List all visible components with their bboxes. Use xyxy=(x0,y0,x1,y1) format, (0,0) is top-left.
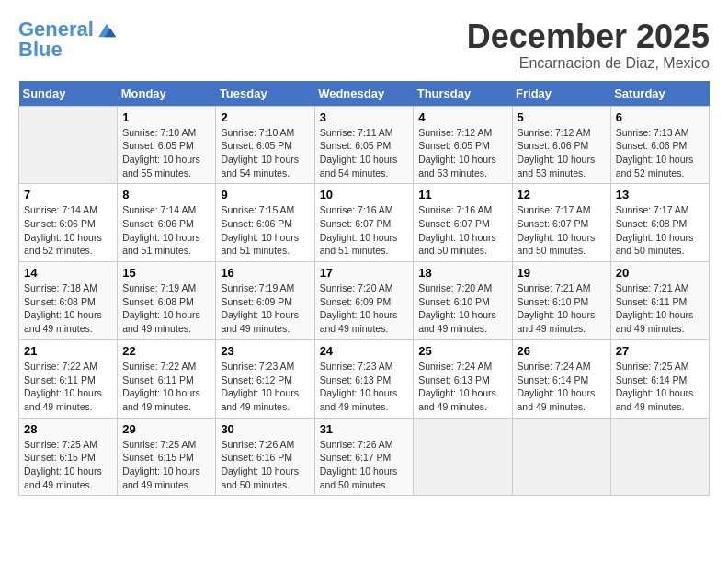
day-info: Sunrise: 7:26 AM Sunset: 6:16 PM Dayligh… xyxy=(221,438,309,492)
day-info: Sunrise: 7:25 AM Sunset: 6:15 PM Dayligh… xyxy=(122,438,210,492)
day-cell: 4Sunrise: 7:12 AM Sunset: 6:05 PM Daylig… xyxy=(414,106,512,184)
day-cell: 9Sunrise: 7:15 AM Sunset: 6:06 PM Daylig… xyxy=(216,184,314,262)
day-cell: 29Sunrise: 7:25 AM Sunset: 6:15 PM Dayli… xyxy=(118,418,216,496)
day-cell: 23Sunrise: 7:23 AM Sunset: 6:12 PM Dayli… xyxy=(216,339,314,418)
day-info: Sunrise: 7:12 AM Sunset: 6:05 PM Dayligh… xyxy=(418,126,506,180)
week-row-1: 1Sunrise: 7:10 AM Sunset: 6:05 PM Daylig… xyxy=(19,106,710,184)
day-number: 27 xyxy=(616,344,704,358)
day-info: Sunrise: 7:21 AM Sunset: 6:10 PM Dayligh… xyxy=(518,282,606,336)
weekday-header-tuesday: Tuesday xyxy=(216,81,314,107)
location-subtitle: Encarnacion de Diaz, Mexico xyxy=(467,55,710,72)
day-cell: 20Sunrise: 7:21 AM Sunset: 6:11 PM Dayli… xyxy=(610,262,709,340)
day-number: 31 xyxy=(320,422,409,436)
week-row-3: 14Sunrise: 7:18 AM Sunset: 6:08 PM Dayli… xyxy=(19,262,710,340)
day-number: 28 xyxy=(24,422,112,436)
day-cell xyxy=(414,418,512,496)
day-info: Sunrise: 7:13 AM Sunset: 6:06 PM Dayligh… xyxy=(616,126,704,180)
day-info: Sunrise: 7:25 AM Sunset: 6:14 PM Dayligh… xyxy=(616,360,704,414)
day-cell: 30Sunrise: 7:26 AM Sunset: 6:16 PM Dayli… xyxy=(216,418,314,496)
day-cell xyxy=(512,418,610,496)
day-cell: 3Sunrise: 7:11 AM Sunset: 6:05 PM Daylig… xyxy=(314,106,414,184)
day-number: 3 xyxy=(320,110,409,124)
day-cell: 26Sunrise: 7:24 AM Sunset: 6:14 PM Dayli… xyxy=(512,339,610,418)
weekday-header-thursday: Thursday xyxy=(414,81,512,107)
day-cell: 18Sunrise: 7:20 AM Sunset: 6:10 PM Dayli… xyxy=(414,262,512,340)
day-info: Sunrise: 7:20 AM Sunset: 6:09 PM Dayligh… xyxy=(320,282,409,336)
day-number: 2 xyxy=(221,110,309,124)
day-info: Sunrise: 7:23 AM Sunset: 6:12 PM Dayligh… xyxy=(221,360,309,414)
day-info: Sunrise: 7:16 AM Sunset: 6:07 PM Dayligh… xyxy=(320,203,409,258)
page-header: General Blue December 2025 Encarnacion d… xyxy=(18,18,710,72)
weekday-header-friday: Friday xyxy=(512,81,610,107)
day-number: 21 xyxy=(24,344,112,358)
day-cell: 21Sunrise: 7:22 AM Sunset: 6:11 PM Dayli… xyxy=(19,339,118,418)
day-info: Sunrise: 7:24 AM Sunset: 6:13 PM Dayligh… xyxy=(418,360,506,414)
day-info: Sunrise: 7:20 AM Sunset: 6:10 PM Dayligh… xyxy=(418,282,506,336)
day-cell: 28Sunrise: 7:25 AM Sunset: 6:15 PM Dayli… xyxy=(19,418,118,496)
day-info: Sunrise: 7:22 AM Sunset: 6:11 PM Dayligh… xyxy=(122,360,210,414)
day-info: Sunrise: 7:12 AM Sunset: 6:06 PM Dayligh… xyxy=(518,126,606,180)
day-info: Sunrise: 7:11 AM Sunset: 6:05 PM Dayligh… xyxy=(320,126,409,180)
day-number: 10 xyxy=(320,188,409,201)
day-number: 16 xyxy=(221,266,309,280)
day-number: 5 xyxy=(518,110,606,124)
day-info: Sunrise: 7:19 AM Sunset: 6:08 PM Dayligh… xyxy=(122,282,210,336)
day-info: Sunrise: 7:26 AM Sunset: 6:17 PM Dayligh… xyxy=(320,438,409,492)
calendar-table: SundayMondayTuesdayWednesdayThursdayFrid… xyxy=(18,81,710,497)
logo: General Blue xyxy=(18,18,118,62)
week-row-2: 7Sunrise: 7:14 AM Sunset: 6:06 PM Daylig… xyxy=(19,184,710,262)
weekday-header-monday: Monday xyxy=(118,81,216,107)
day-cell: 15Sunrise: 7:19 AM Sunset: 6:08 PM Dayli… xyxy=(118,262,216,340)
day-number: 24 xyxy=(320,344,409,358)
day-number: 29 xyxy=(122,422,210,436)
day-cell: 1Sunrise: 7:10 AM Sunset: 6:05 PM Daylig… xyxy=(118,106,216,184)
day-cell: 25Sunrise: 7:24 AM Sunset: 6:13 PM Dayli… xyxy=(414,339,512,418)
weekday-header-wednesday: Wednesday xyxy=(314,81,414,107)
day-number: 12 xyxy=(518,188,606,201)
day-info: Sunrise: 7:16 AM Sunset: 6:07 PM Dayligh… xyxy=(418,203,506,258)
day-info: Sunrise: 7:23 AM Sunset: 6:13 PM Dayligh… xyxy=(320,360,409,414)
day-number: 6 xyxy=(616,110,704,124)
day-cell: 8Sunrise: 7:14 AM Sunset: 6:06 PM Daylig… xyxy=(118,184,216,262)
day-number: 14 xyxy=(24,266,112,280)
day-number: 9 xyxy=(221,188,309,201)
day-cell: 6Sunrise: 7:13 AM Sunset: 6:06 PM Daylig… xyxy=(610,106,709,184)
day-cell xyxy=(19,106,118,184)
day-cell: 31Sunrise: 7:26 AM Sunset: 6:17 PM Dayli… xyxy=(314,418,414,496)
day-number: 23 xyxy=(221,344,309,358)
day-number: 11 xyxy=(418,188,506,201)
day-number: 4 xyxy=(418,110,506,124)
day-cell: 17Sunrise: 7:20 AM Sunset: 6:09 PM Dayli… xyxy=(314,262,414,340)
day-number: 8 xyxy=(122,188,210,201)
week-row-4: 21Sunrise: 7:22 AM Sunset: 6:11 PM Dayli… xyxy=(19,339,710,418)
day-cell: 11Sunrise: 7:16 AM Sunset: 6:07 PM Dayli… xyxy=(414,184,512,262)
day-number: 13 xyxy=(616,188,704,201)
day-cell: 5Sunrise: 7:12 AM Sunset: 6:06 PM Daylig… xyxy=(512,106,610,184)
day-info: Sunrise: 7:14 AM Sunset: 6:06 PM Dayligh… xyxy=(122,203,210,258)
day-cell: 13Sunrise: 7:17 AM Sunset: 6:08 PM Dayli… xyxy=(610,184,709,262)
day-number: 30 xyxy=(221,422,309,436)
day-number: 1 xyxy=(122,110,210,124)
month-title: December 2025 xyxy=(467,18,710,55)
day-info: Sunrise: 7:10 AM Sunset: 6:05 PM Dayligh… xyxy=(122,126,210,180)
day-info: Sunrise: 7:25 AM Sunset: 6:15 PM Dayligh… xyxy=(24,438,112,492)
day-number: 26 xyxy=(518,344,606,358)
day-cell: 22Sunrise: 7:22 AM Sunset: 6:11 PM Dayli… xyxy=(118,339,216,418)
day-number: 7 xyxy=(24,188,112,201)
day-number: 22 xyxy=(122,344,210,358)
day-info: Sunrise: 7:17 AM Sunset: 6:08 PM Dayligh… xyxy=(616,203,704,258)
day-cell: 16Sunrise: 7:19 AM Sunset: 6:09 PM Dayli… xyxy=(216,262,314,340)
day-info: Sunrise: 7:19 AM Sunset: 6:09 PM Dayligh… xyxy=(221,282,309,336)
weekday-header-saturday: Saturday xyxy=(610,81,709,107)
day-info: Sunrise: 7:10 AM Sunset: 6:05 PM Dayligh… xyxy=(221,126,309,180)
day-cell: 10Sunrise: 7:16 AM Sunset: 6:07 PM Dayli… xyxy=(314,184,414,262)
week-row-5: 28Sunrise: 7:25 AM Sunset: 6:15 PM Dayli… xyxy=(19,418,710,496)
day-info: Sunrise: 7:15 AM Sunset: 6:06 PM Dayligh… xyxy=(221,203,309,258)
day-cell: 2Sunrise: 7:10 AM Sunset: 6:05 PM Daylig… xyxy=(216,106,314,184)
day-info: Sunrise: 7:24 AM Sunset: 6:14 PM Dayligh… xyxy=(518,360,606,414)
day-cell: 19Sunrise: 7:21 AM Sunset: 6:10 PM Dayli… xyxy=(512,262,610,340)
day-number: 18 xyxy=(418,266,506,280)
weekday-header-row: SundayMondayTuesdayWednesdayThursdayFrid… xyxy=(19,81,710,107)
day-cell xyxy=(610,418,709,496)
day-number: 19 xyxy=(518,266,606,280)
